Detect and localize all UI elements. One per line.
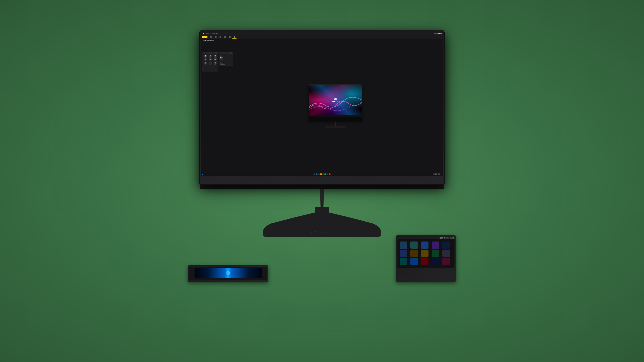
brightness-slider-label: Bright: [203, 66, 206, 67]
taskbar-icon-0[interactable]: [314, 173, 315, 175]
minimize-icon[interactable]: [436, 33, 438, 34]
contrast-slider-fill: [207, 68, 211, 68]
mode-radio-game: [220, 57, 221, 58]
settings-icon[interactable]: [434, 33, 436, 34]
mode-panel-expand-icon[interactable]: [230, 52, 231, 53]
saturation-icon: [214, 59, 216, 60]
taskbar-icon-3[interactable]: [320, 173, 322, 175]
maximize-icon[interactable]: [438, 33, 440, 34]
sd-btn-3[interactable]: [421, 242, 428, 249]
taskbar-icon-7[interactable]: [329, 173, 330, 175]
device-tab-picture[interactable]: Picture Settings: [203, 41, 210, 43]
sharpness-btn[interactable]: [214, 55, 217, 57]
taskbar-icon-2[interactable]: [318, 173, 320, 175]
saturation-btn[interactable]: [214, 58, 217, 60]
mode-standard[interactable]: Standard: [220, 54, 232, 56]
panel-close-icon[interactable]: [216, 52, 217, 53]
panel-title-mode: Picture Mode: [220, 52, 226, 53]
sd-btn-5[interactable]: [442, 242, 450, 249]
tab-actions[interactable]: [214, 35, 218, 38]
black-level-label: Black: [210, 64, 211, 65]
tab-dashboard[interactable]: [232, 35, 237, 38]
taskbar-center: [314, 173, 330, 175]
reset-icon: ↺: [214, 62, 216, 63]
mode-label-dcip3: DCIP3: [221, 63, 223, 64]
mode-cinema[interactable]: Cinema: [220, 60, 232, 61]
tray-icon-2[interactable]: [435, 173, 438, 175]
taskbar-icon-1[interactable]: [316, 173, 318, 175]
sd-btn-2[interactable]: [410, 242, 418, 249]
mode-panel-close-icon[interactable]: [231, 52, 232, 53]
contrast-btn[interactable]: [209, 55, 212, 57]
sd-btn-12[interactable]: [410, 258, 418, 265]
panel-expand-icon[interactable]: [215, 52, 216, 53]
taskbar-icon-4[interactable]: [322, 173, 324, 175]
panel-header-mode: Picture Mode: [219, 52, 233, 54]
brightness-btn[interactable]: [204, 55, 207, 57]
tab-settings-device[interactable]: [228, 35, 232, 38]
sd-btn-6[interactable]: [400, 250, 407, 257]
tray-icon-3[interactable]: [438, 173, 440, 175]
gamma-icon: [205, 59, 206, 60]
sd-btn-4[interactable]: [432, 242, 439, 249]
device-header: XENEON 32UHD144 Picture Settings Source …: [201, 39, 443, 43]
tray-icon-1[interactable]: [433, 173, 435, 175]
corsair-logo-sails: [334, 98, 337, 99]
software-ui: Home › Dashboard: [201, 31, 443, 176]
color-temp-btn[interactable]: [209, 58, 212, 60]
device-tab-source[interactable]: Source Settings: [211, 41, 217, 43]
panel-title-picture: Picture Settings: [204, 52, 210, 53]
custom-settings-label: Custom Settings: [203, 71, 217, 71]
hue-btn[interactable]: [204, 62, 207, 64]
mode-fps[interactable]: FPS: [220, 58, 232, 59]
sharpness-slider-track[interactable]: [207, 69, 216, 69]
mode-adobergb[interactable]: AdobeRGB: [220, 64, 232, 65]
stand-neck: [315, 189, 329, 209]
taskbar-clock: 12:45: [440, 174, 442, 175]
sd-btn-14[interactable]: [432, 258, 439, 265]
close-icon[interactable]: [440, 33, 442, 34]
reset-btn[interactable]: ↺: [214, 62, 217, 64]
sharpness-slider-label: Sharp: [203, 68, 206, 69]
sail-3: [336, 98, 337, 99]
taskbar-icon-5[interactable]: [324, 173, 326, 175]
tab-lighting[interactable]: [209, 35, 213, 38]
start-icon[interactable]: [202, 174, 203, 175]
content-area: Picture Settings: [201, 43, 443, 173]
title-home: Home: [206, 33, 209, 34]
bar-device: [188, 265, 268, 282]
brightness-slider-track[interactable]: [207, 67, 216, 67]
panel-controls-picture: [215, 52, 217, 53]
profile-dropdown[interactable]: Default ▼: [202, 36, 208, 38]
hue-label: Hue: [205, 64, 206, 65]
mode-game[interactable]: Game: [220, 57, 232, 58]
brightness-slider-fill: [207, 67, 213, 67]
sail-1: [334, 98, 335, 99]
gamma-label: Gamma: [204, 61, 206, 61]
sd-btn-1[interactable]: [400, 242, 407, 249]
setting-brightness: Bright: [203, 55, 208, 58]
panel-controls-mode: [230, 52, 232, 53]
mode-radio-softie: [220, 62, 221, 62]
sd-btn-15[interactable]: [442, 258, 450, 265]
mode-dcip3[interactable]: DCIP3: [220, 63, 232, 64]
sd-btn-8[interactable]: [421, 250, 428, 257]
black-level-btn[interactable]: [209, 62, 212, 64]
taskbar-icon-6[interactable]: [327, 173, 328, 175]
peripherals-row: STREAM DECK: [188, 235, 456, 282]
sd-btn-7[interactable]: [410, 250, 418, 257]
dashboard-icon: [234, 36, 235, 38]
contrast-slider-track[interactable]: [207, 68, 216, 68]
tab-equalizer[interactable]: [218, 35, 222, 38]
sd-btn-11[interactable]: [400, 258, 407, 265]
bar-device-screen: [194, 268, 262, 278]
mode-softie[interactable]: Softie: [220, 61, 232, 63]
tab-performance[interactable]: [223, 35, 227, 38]
sd-btn-10[interactable]: [442, 250, 450, 257]
mode-rts[interactable]: RTS: [220, 59, 232, 60]
mode-movie[interactable]: Movie: [220, 56, 232, 57]
sd-btn-13[interactable]: [421, 258, 428, 265]
sd-btn-9[interactable]: [432, 250, 439, 257]
gamma-btn[interactable]: [204, 58, 207, 60]
svg-text:CORSAIR: CORSAIR: [311, 230, 334, 233]
